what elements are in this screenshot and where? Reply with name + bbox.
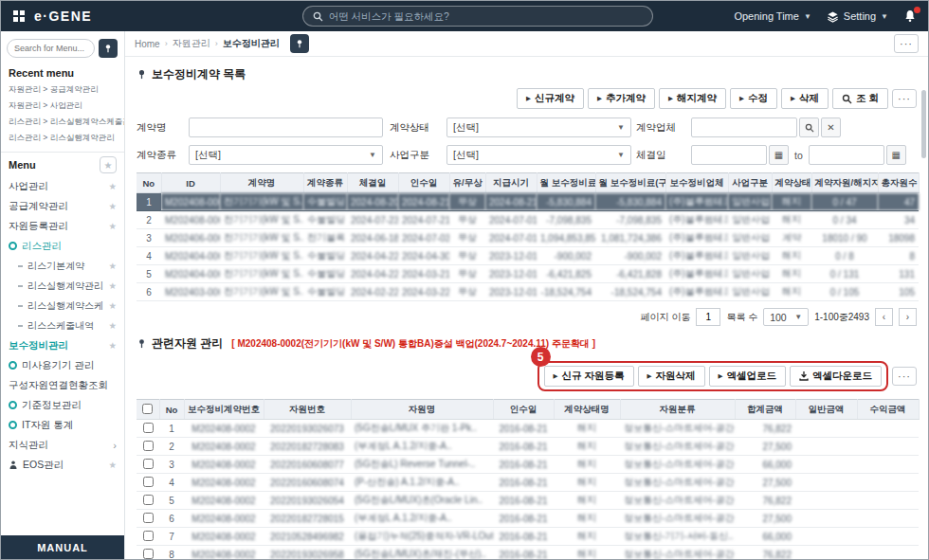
star-icon[interactable]: ★ [108, 300, 117, 311]
terminate-contract-button[interactable]: ▶해지계약 [659, 88, 726, 109]
column-header[interactable]: 합계금액 [735, 400, 795, 420]
vendor-clear-button[interactable]: ✕ [821, 117, 841, 137]
calendar-icon[interactable]: ▦ [769, 145, 789, 165]
delete-resource-button[interactable]: ▶자원삭제 [638, 366, 705, 387]
contract-row[interactable]: 6 M202403-0001 전기기기(kW 및 S.. 수불벌딩 2024-0… [137, 283, 919, 301]
row-checkbox[interactable] [143, 549, 154, 559]
sidebar-pin-button[interactable] [99, 39, 118, 58]
new-resource-button[interactable]: ▶신규 자원등록 [544, 366, 634, 387]
sidebar-item-it-stats[interactable]: IT자원 통계 [1, 415, 124, 435]
sidebar-item-lease-schedule[interactable]: 리스스케줄내역★ [1, 316, 124, 335]
breadcrumb-level1[interactable]: 자원관리 [173, 37, 210, 50]
column-header[interactable]: 계약상태 [772, 173, 811, 193]
prev-page-button[interactable]: ‹ [875, 308, 893, 326]
column-header[interactable]: 일반금액 [795, 400, 857, 420]
star-icon[interactable]: ★ [108, 261, 117, 271]
contract-row[interactable]: 1 M202408-0002 전기기기(kW 및 S.. 수불벌딩 2024-0… [137, 193, 919, 211]
column-header[interactable]: 계약자원/해지자원 [811, 173, 878, 193]
column-header[interactable]: 월 보수정비료 [537, 173, 595, 193]
excel-upload-button[interactable]: ▶엑셀업로드 [709, 366, 787, 387]
column-header[interactable]: No [159, 400, 184, 420]
row-checkbox[interactable] [143, 477, 154, 487]
column-header[interactable]: 인수일 [493, 400, 554, 420]
column-header[interactable]: 지급시기 [485, 173, 537, 193]
contract-row[interactable]: 5 M202404-0001 전기기기(kW 및 S.. 수불벌딩 2024-0… [137, 265, 919, 283]
global-search-input[interactable] [329, 10, 643, 22]
favorite-filter-button[interactable]: ★ [100, 156, 117, 173]
row-checkbox[interactable] [143, 441, 154, 451]
sidebar-item-unused-devices[interactable]: 미사용기기 관리 [1, 355, 124, 375]
star-icon[interactable]: ★ [108, 201, 117, 211]
contract-row[interactable]: 4 M202404-0002 전기기기(kW 및 S.. 수불벌딩 2024-0… [137, 247, 919, 265]
column-header[interactable]: 인수일 [398, 173, 449, 193]
vendor-search-button[interactable] [799, 117, 819, 137]
page-size-select[interactable]: 100▼ [763, 308, 809, 326]
star-icon[interactable]: ★ [108, 460, 117, 470]
column-header[interactable]: 보수정비계약번호 [184, 400, 264, 420]
resource-row[interactable]: 5 M202408-0002 20220193026054 (5G전송L/MUX… [137, 492, 919, 510]
add-contract-button[interactable]: ▶추가계약 [588, 88, 655, 109]
column-header[interactable]: 총자원수 [878, 173, 919, 193]
scrollbar-thumb[interactable] [921, 90, 926, 158]
column-header[interactable]: 사업구분 [728, 173, 772, 193]
sign-date-from-input[interactable] [691, 145, 767, 165]
setting-menu[interactable]: Setting ▼ [827, 10, 888, 23]
global-search[interactable] [302, 6, 653, 27]
new-contract-button[interactable]: ▶신규계약 [517, 88, 584, 109]
recent-menu-item[interactable]: 자원관리 > 사업관리 [1, 98, 124, 114]
star-icon[interactable]: ★ [108, 320, 117, 331]
column-header[interactable]: 수익금액 [857, 400, 919, 420]
page-more-button[interactable]: ··· [894, 34, 919, 53]
column-header[interactable]: 자원명 [351, 400, 493, 420]
notification-bell[interactable] [903, 9, 917, 23]
contract-type-select[interactable]: [선택]▼ [189, 145, 383, 165]
sidebar-item-lease-basic[interactable]: 리스기본계약★ [1, 256, 124, 276]
sidebar-item-base-info[interactable]: 기준정보관리 [1, 395, 124, 415]
search-button[interactable]: 조 회 [832, 88, 888, 109]
resource-row[interactable]: 7 M202408-0002 20210528496982 (용접기)누적(25… [137, 528, 919, 546]
star-icon[interactable]: ★ [108, 340, 117, 351]
resource-row[interactable]: 6 M202408-0002 20220182728015 (부계정L A.1.… [137, 510, 919, 528]
star-icon[interactable]: ★ [108, 280, 117, 291]
column-header[interactable]: 자원분류 [620, 400, 735, 420]
sign-date-to-input[interactable] [809, 145, 884, 165]
column-header[interactable]: 계약명 [220, 173, 303, 193]
sidebar-item-resource-registration[interactable]: 자원등록관리★ [1, 216, 124, 236]
delete-button[interactable]: ▶삭제 [781, 88, 829, 109]
contract-name-input[interactable] [189, 117, 383, 137]
breadcrumb-home[interactable]: Home [135, 39, 160, 49]
sidebar-item-lease-schedule-mgmt[interactable]: 리스실행계약스케줄관리★ [1, 296, 124, 316]
sidebar-item-eos[interactable]: EOS관리★ [1, 455, 124, 475]
column-header[interactable]: 체결일 [347, 173, 398, 193]
biz-type-select[interactable]: [선택]▼ [446, 145, 631, 165]
column-header[interactable]: 보수정비업체 [665, 173, 728, 193]
column-header[interactable]: 계약상태명 [554, 400, 620, 420]
column-header[interactable]: ID [161, 173, 220, 193]
sidebar-item-lease-exec[interactable]: 리스실행계약관리★ [1, 276, 124, 296]
opening-time-menu[interactable]: Opening Time ▼ [734, 10, 811, 22]
calendar-icon[interactable]: ▦ [886, 145, 906, 165]
resource-row[interactable]: 2 M202408-0002 20220182728083 (부계정L A.1.… [137, 438, 919, 456]
related-more-button[interactable]: ··· [892, 367, 917, 386]
column-header[interactable]: 계약종류 [303, 173, 347, 193]
resource-row[interactable]: 3 M202408-0002 20220160608077 (5G전송L) Re… [137, 456, 919, 474]
star-icon[interactable]: ★ [108, 221, 117, 231]
star-icon[interactable]: ★ [108, 181, 117, 191]
sidebar-item-lease[interactable]: 리스관리 [1, 236, 124, 256]
select-all-checkbox[interactable] [142, 404, 153, 414]
contract-more-button[interactable]: ··· [892, 89, 917, 108]
sidebar-item-business[interactable]: 사업관리★ [1, 176, 124, 196]
row-checkbox[interactable] [143, 423, 154, 433]
vendor-input[interactable] [691, 117, 797, 137]
recent-menu-item[interactable]: 리스관리 > 리스실행계약관리 [1, 130, 124, 146]
app-grid-icon[interactable] [12, 9, 26, 23]
recent-menu-item[interactable]: 리스관리 > 리스실행계약스케줄관리 [1, 114, 124, 130]
resource-row[interactable]: 4 M202408-0002 20220160608074 (P-산전송) A.… [137, 474, 919, 492]
manual-button[interactable]: MANUAL [1, 535, 124, 559]
next-page-button[interactable]: › [899, 308, 917, 326]
excel-download-button[interactable]: 엑셀다운로드 [790, 366, 882, 387]
sidebar-item-maintenance[interactable]: 보수정비관리★ [1, 335, 124, 355]
contract-row[interactable]: 2 M202408-0001 전기기기(kW 및 S.. 수불벌딩 2024-0… [137, 211, 919, 229]
menu-search-input[interactable] [7, 39, 95, 58]
sidebar-item-knowledge[interactable]: 지식관리› [1, 435, 124, 455]
